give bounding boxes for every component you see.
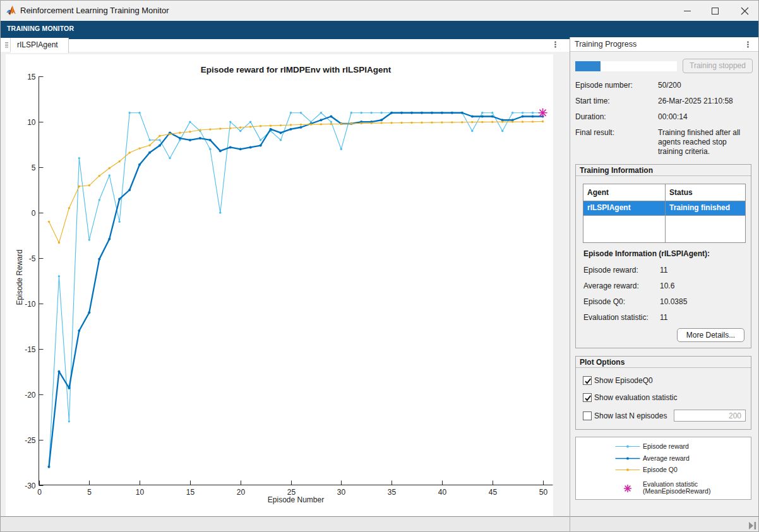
series-average-reward-marker [330, 115, 332, 117]
series-episode-q0-marker [148, 145, 150, 146]
training-stopped-button[interactable]: Training stopped [683, 59, 753, 73]
evaluation-statistic-value: 11 [660, 313, 667, 322]
series-average-reward-marker [68, 387, 70, 389]
series-episode-q0-marker [158, 135, 160, 137]
series-episode-reward-marker [361, 112, 362, 114]
series-episode-q0-marker [260, 125, 261, 127]
series-average-reward-marker [471, 115, 474, 117]
agent-status-table[interactable]: Agent Status rILSPIAgent Training finish… [583, 184, 746, 243]
training-information-card: Training Information Agent Status rILSPI… [575, 164, 751, 348]
series-episode-reward-marker [320, 112, 322, 114]
series-average-reward-line [49, 113, 542, 467]
series-episode-q0-marker [88, 184, 90, 186]
legend-item-evaluation-statistic: Evaluation statistic(MeanEpisodeReward) [576, 481, 751, 499]
training-progress-fill [575, 61, 601, 71]
series-episode-q0-marker [169, 133, 170, 135]
hamburger-icon [1, 38, 11, 52]
episode-q0-line-swatch [615, 466, 640, 476]
plot-options-card: Plot Options Show EpisodeQ0 Show evaluat… [575, 356, 751, 430]
legend-label-episode-reward: Episode reward [643, 442, 689, 450]
series-episode-q0-marker [340, 123, 342, 125]
series-episode-q0-marker [522, 121, 523, 122]
legend-label-episode-q0: Episode Q0 [643, 466, 678, 473]
minimize-button[interactable] [672, 1, 702, 21]
series-episode-reward-marker [511, 112, 513, 114]
skip-to-end-icon[interactable] [748, 521, 757, 532]
series-episode-q0-marker [361, 122, 362, 124]
x-tick-label: 0 [37, 488, 42, 497]
panel-actions-menu-icon[interactable] [743, 39, 753, 49]
series-average-reward-marker [441, 112, 443, 114]
series-episode-reward-marker [158, 139, 160, 141]
show-last-n-episodes-label: Show last N episodes [594, 411, 667, 420]
series-episode-reward-marker [249, 121, 251, 122]
series-average-reward-marker [229, 146, 232, 148]
series-episode-q0-marker [350, 122, 352, 124]
matlab-membrane-icon [6, 5, 16, 15]
reward-chart[interactable]: Episode reward for rIMDPEnv with rILSPIA… [6, 54, 553, 516]
legend-item-episode-reward: Episode reward [576, 442, 751, 451]
tab-list-button[interactable] [1, 38, 11, 52]
series-episode-q0-marker [199, 129, 201, 131]
series-episode-q0-marker [320, 123, 322, 125]
x-tick-label: 30 [337, 488, 346, 497]
series-average-reward-marker [239, 148, 242, 150]
tab-label: rILSPIAgent [17, 40, 58, 49]
episode-number-label: Episode number: [575, 81, 633, 90]
series-episode-q0-marker [491, 121, 493, 123]
checkmark-icon [583, 377, 592, 386]
episode-number-value: 50/200 [658, 81, 746, 90]
series-average-reward-marker [380, 119, 383, 121]
series-episode-q0-marker [48, 221, 50, 223]
table-row[interactable]: rILSPIAgent Training finished [583, 201, 745, 216]
n-episodes-input[interactable]: 200 [674, 410, 746, 422]
show-evaluation-statistic-checkbox[interactable] [583, 393, 592, 402]
episode-reward-line-swatch [615, 442, 640, 452]
close-button[interactable] [730, 1, 759, 21]
table-cell-agent: rILSPIAgent [587, 203, 631, 212]
series-episode-reward-marker [380, 112, 382, 114]
checkmark-icon [583, 394, 592, 403]
maximize-button[interactable] [700, 1, 729, 21]
series-average-reward-marker [532, 115, 534, 117]
series-episode-q0-marker [249, 126, 251, 127]
stat-row-evaluation-statistic: Evaluation statistic: 11 [583, 313, 748, 322]
series-episode-reward-marker [350, 112, 352, 114]
training-progress-pane: Training Progress Training stopped Episo… [570, 37, 758, 531]
series-episode-reward-marker [88, 239, 90, 240]
legend-item-average-reward: Average reward [576, 454, 751, 463]
series-episode-reward-marker [471, 130, 473, 132]
training-progress-bar [575, 61, 677, 71]
series-episode-reward-marker [330, 121, 332, 122]
series-average-reward-marker [260, 145, 262, 147]
minimize-icon [672, 1, 702, 21]
series-average-reward-marker [189, 139, 191, 141]
average-reward-value: 10.6 [660, 281, 674, 290]
series-episode-reward-marker [340, 148, 342, 150]
app-window: Reinforcement Learning Training Monitor … [0, 0, 759, 532]
series-episode-q0-marker [441, 121, 443, 123]
y-tick-label: 0 [32, 209, 36, 218]
show-episodeq0-checkbox[interactable] [583, 376, 592, 385]
series-episode-reward-marker [99, 199, 100, 201]
series-episode-reward-marker [109, 174, 111, 176]
ribbon-tab-training-monitor[interactable]: TRAINING MONITOR [7, 25, 74, 32]
series-episode-q0-marker [138, 147, 140, 149]
series-average-reward-marker [47, 466, 50, 468]
episode-q0-value: 10.0385 [660, 297, 687, 306]
series-episode-q0-marker [229, 127, 231, 129]
document-actions-menu-icon[interactable] [550, 39, 560, 49]
x-tick-label: 50 [539, 488, 548, 497]
show-last-n-episodes-checkbox[interactable] [583, 411, 592, 420]
training-information-title: Training Information [576, 165, 751, 176]
plot-options-title: Plot Options [576, 357, 751, 368]
series-average-reward-marker [199, 137, 201, 139]
series-episode-q0-marker [481, 121, 483, 123]
series-average-reward-marker [179, 137, 181, 139]
more-details-button[interactable]: More Details... [677, 328, 744, 342]
y-tick-label: -25 [25, 436, 36, 445]
series-episode-reward-marker [229, 121, 231, 122]
evaluation-statistic-marker [539, 109, 547, 117]
average-reward-line-swatch [615, 454, 640, 464]
tab-rilspiagent[interactable]: rILSPIAgent [11, 38, 69, 53]
